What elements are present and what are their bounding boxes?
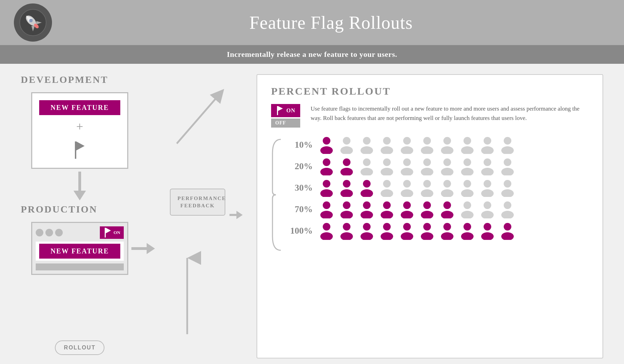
svg-point-87	[423, 201, 431, 209]
header-center: Feature Flag Rollouts	[52, 12, 610, 33]
user-icon	[499, 157, 517, 175]
svg-point-55	[504, 158, 511, 166]
svg-point-28	[421, 146, 433, 154]
user-icon	[378, 222, 396, 240]
svg-point-54	[481, 168, 494, 175]
svg-point-113	[484, 223, 491, 231]
user-icon	[318, 157, 336, 175]
user-icon	[438, 222, 456, 240]
prod-feature-badge: NEW FEATURE	[39, 244, 120, 259]
user-icon	[318, 200, 336, 218]
user-icon	[499, 222, 517, 240]
arrow-right-feedback	[229, 211, 243, 219]
brace-svg	[271, 136, 281, 254]
user-icon	[378, 136, 396, 154]
svg-point-34	[481, 146, 494, 154]
percent-row: 100%	[285, 222, 517, 240]
percent-rollout-title: PERCENT ROLLOUT	[271, 85, 589, 97]
prod-bottom-bar	[36, 263, 124, 270]
svg-point-50	[441, 168, 453, 175]
user-icon	[358, 200, 376, 218]
user-icon	[478, 179, 496, 197]
prod-on-label: ON	[114, 230, 121, 235]
user-icon	[398, 222, 416, 240]
on-flag-icon	[276, 106, 284, 115]
svg-point-38	[320, 168, 333, 175]
svg-point-95	[504, 201, 511, 209]
percent-label: 70%	[285, 204, 313, 215]
user-icon	[499, 179, 517, 197]
svg-point-25	[403, 137, 411, 145]
svg-point-49	[443, 158, 451, 166]
on-label: ON	[286, 107, 295, 114]
main-title: Feature Flag Rollouts	[52, 12, 610, 33]
svg-point-92	[461, 211, 474, 218]
user-icon	[338, 136, 356, 154]
dev-box: NEW FEATURE +	[31, 92, 128, 169]
user-icon	[338, 222, 356, 240]
middle-section: PERFORMANCE FEEDBACK	[159, 74, 236, 358]
percent-rollout-box: PERCENT ROLLOUT ON OFF Use feature	[257, 74, 603, 358]
svg-point-98	[320, 232, 333, 240]
user-icon	[398, 179, 416, 197]
svg-point-88	[421, 211, 433, 218]
svg-point-27	[423, 137, 431, 145]
users-row	[318, 157, 517, 175]
percent-row: 10%	[285, 136, 517, 154]
svg-point-114	[481, 232, 494, 240]
percent-label: 30%	[285, 183, 313, 193]
arrow-right-prod	[131, 243, 155, 254]
arrow-up-right	[163, 81, 232, 150]
users-row	[318, 179, 517, 197]
svg-point-44	[381, 168, 393, 175]
on-flag: ON	[271, 104, 300, 117]
svg-point-99	[343, 223, 350, 231]
prod-flag-icon	[103, 228, 112, 237]
svg-point-18	[320, 146, 333, 154]
svg-point-19	[343, 137, 350, 145]
off-label: OFF	[275, 120, 286, 125]
svg-point-22	[361, 146, 373, 154]
plus-sign: +	[39, 119, 120, 134]
user-icon	[438, 157, 456, 175]
svg-point-65	[403, 180, 411, 188]
svg-point-112	[461, 232, 474, 240]
prod-top-bar: ON	[36, 226, 124, 239]
svg-point-94	[481, 211, 494, 218]
svg-point-83	[383, 201, 391, 209]
perf-feedback-line2: FEEDBACK	[180, 203, 215, 208]
svg-marker-8	[76, 141, 85, 150]
prod-content: NEW FEATURE	[36, 242, 124, 261]
user-icon	[318, 179, 336, 197]
arrow-up-to-feedback	[170, 251, 205, 338]
rollout-button[interactable]: ROLLOUT	[55, 340, 104, 355]
svg-point-36	[501, 146, 514, 154]
user-icon	[378, 200, 396, 218]
svg-point-47	[423, 158, 431, 166]
svg-point-35	[504, 137, 511, 145]
svg-rect-9	[105, 228, 106, 237]
percent-label: 20%	[285, 161, 313, 172]
svg-point-24	[381, 146, 393, 154]
svg-point-85	[403, 201, 411, 209]
svg-point-78	[320, 211, 333, 218]
svg-point-97	[323, 223, 330, 231]
user-icon	[338, 200, 356, 218]
svg-point-40	[340, 168, 353, 175]
svg-point-82	[361, 211, 373, 218]
svg-point-73	[484, 180, 491, 188]
svg-point-59	[343, 180, 350, 188]
svg-point-26	[401, 146, 413, 154]
percent-row: 30%	[285, 179, 517, 197]
users-row	[318, 222, 517, 240]
svg-point-74	[481, 189, 494, 197]
svg-point-30	[441, 146, 453, 154]
svg-point-57	[323, 180, 330, 188]
svg-point-67	[423, 180, 431, 188]
svg-point-71	[463, 180, 471, 188]
production-label: PRODUCTION	[21, 204, 139, 215]
right-section: PERCENT ROLLOUT ON OFF Use feature	[257, 74, 603, 358]
percent-label: 100%	[285, 226, 313, 236]
on-off-section: ON OFF Use feature flags to incrementall…	[271, 104, 589, 128]
svg-point-80	[340, 211, 353, 218]
